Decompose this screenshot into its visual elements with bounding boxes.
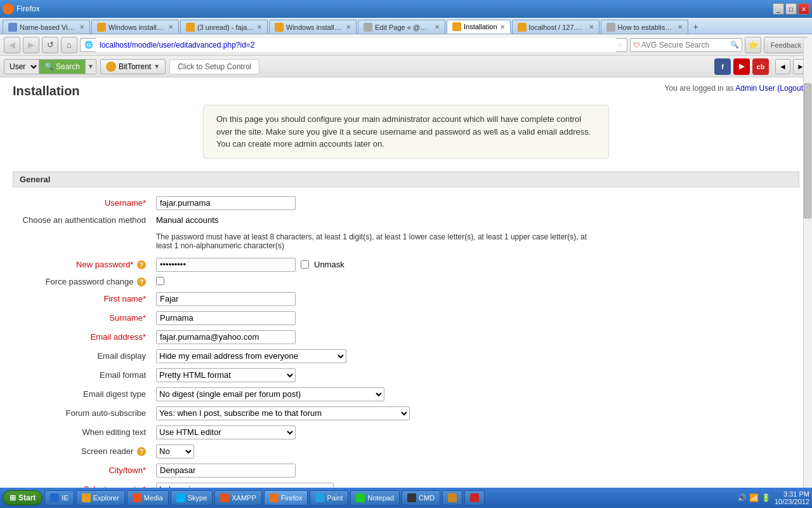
tab-edit-page[interactable]: Edit Page « @HO... ✕: [358, 20, 445, 34]
search-button[interactable]: 🔍 Search: [39, 60, 85, 74]
bittorrent-dropdown-icon[interactable]: ▼: [154, 63, 160, 70]
tab-windows-install1[interactable]: Windows installa... ✕: [91, 20, 179, 34]
screen-reader-select[interactable]: No Yes: [156, 444, 194, 458]
feedback-button[interactable]: Feedback: [764, 37, 808, 53]
tab-localhost[interactable]: localhost / 127.0.... ✕: [512, 20, 599, 34]
new-tab-button[interactable]: +: [690, 20, 702, 34]
tab-close-icon[interactable]: ✕: [500, 23, 505, 30]
info-box: On this page you should configure your m…: [203, 105, 609, 159]
screen-reader-help-icon[interactable]: ?: [137, 447, 146, 456]
surname-cell: [152, 309, 799, 328]
home-button[interactable]: ⌂: [61, 37, 77, 53]
scrollbar-thumb[interactable]: [804, 83, 811, 218]
editing-text-select[interactable]: Use HTML editor Use plain text area: [156, 425, 296, 439]
editing-text-cell: Use HTML editor Use plain text area: [152, 423, 799, 442]
username-input[interactable]: [156, 196, 296, 210]
force-password-checkbox[interactable]: [156, 277, 164, 285]
taskbar-app-paint[interactable]: Paint: [310, 490, 348, 505]
close-button[interactable]: ✕: [798, 3, 809, 15]
logout-link[interactable]: (Logout): [777, 84, 806, 93]
new-password-help-icon[interactable]: ?: [137, 260, 146, 269]
network-icon[interactable]: 📶: [749, 493, 759, 502]
bittorrent-button[interactable]: BitTorrent ▼: [100, 59, 166, 74]
bookmark-icon[interactable]: ☆: [617, 41, 623, 49]
email-format-row: Email format Pretty HTML format Plain te…: [13, 366, 799, 385]
toolbar-left-btn[interactable]: ◄: [775, 59, 790, 74]
new-password-input[interactable]: [156, 258, 296, 272]
city-input[interactable]: [156, 464, 296, 478]
tab-installation[interactable]: Installation ✕: [447, 20, 511, 34]
tab-close-icon[interactable]: ✕: [257, 23, 262, 30]
auth-method-label: Choose an authentication method: [13, 213, 152, 227]
tab-close-icon[interactable]: ✕: [678, 23, 683, 30]
taskbar-app-firefox[interactable]: Firefox: [264, 490, 308, 505]
taskbar-app-skype[interactable]: Skype: [171, 490, 213, 505]
forum-subscribe-cell: Yes: when I post, subscribe me to that f…: [152, 404, 799, 423]
xampp-label: XAMPP: [232, 494, 256, 502]
tab-close-icon[interactable]: ✕: [589, 23, 594, 30]
setup-control-button[interactable]: Click to Setup Control: [169, 59, 259, 74]
forward-button[interactable]: ▶: [23, 37, 39, 53]
minimize-button[interactable]: _: [773, 3, 784, 15]
city-row: City/town*: [13, 461, 799, 480]
cb-icon[interactable]: cb: [752, 58, 769, 75]
admin-user-link[interactable]: Admin User: [735, 84, 775, 93]
firefox-taskbar-label: Firefox: [281, 494, 303, 502]
force-password-cell: [152, 274, 799, 290]
start-button[interactable]: ⊞ Start: [3, 490, 43, 505]
email-digest-label: Email digest type: [13, 385, 152, 404]
taskbar-app-extra2[interactable]: [464, 490, 485, 505]
facebook-icon[interactable]: f: [714, 58, 731, 75]
email-display-select[interactable]: Hide my email address from everyone Allo…: [156, 349, 346, 363]
email-format-select[interactable]: Pretty HTML format Plain text format: [156, 368, 296, 382]
taskbar-right-area: 🔊 📶 🔋 3:31 PM 10/23/2012: [737, 490, 809, 505]
first-name-input[interactable]: [156, 292, 296, 306]
back-button[interactable]: ◀: [4, 37, 20, 53]
power-icon[interactable]: 🔋: [761, 493, 771, 502]
force-password-help-icon[interactable]: ?: [137, 277, 146, 286]
login-info: You are logged in as Admin User (Logout): [665, 84, 806, 93]
tab-label: Name-based Virt...: [20, 23, 77, 31]
forum-subscribe-select[interactable]: Yes: when I post, subscribe me to that f…: [156, 406, 410, 420]
taskbar-app-extra1[interactable]: [442, 490, 462, 505]
reload-button[interactable]: ↺: [42, 37, 58, 53]
tab-close-icon[interactable]: ✕: [435, 23, 440, 30]
search-submit-icon[interactable]: 🔍: [730, 41, 739, 49]
tab-close-icon[interactable]: ✕: [168, 23, 173, 30]
surname-input[interactable]: [156, 311, 296, 325]
screen-reader-row: Screen reader ? No Yes: [13, 442, 799, 461]
search-input[interactable]: [641, 41, 730, 50]
tab-close-icon[interactable]: ✕: [79, 23, 84, 30]
taskbar-app-xampp[interactable]: XAMPP: [214, 490, 262, 505]
email-digest-select[interactable]: No digest (single email per forum post) …: [156, 387, 384, 401]
tab-windows-install2[interactable]: Windows installa... ✕: [269, 20, 357, 34]
speaker-icon[interactable]: 🔊: [737, 493, 747, 502]
taskbar-app-explorer[interactable]: Explorer: [76, 490, 125, 505]
taskbar-app-notepad[interactable]: Notepad: [350, 490, 400, 505]
tab-close-icon[interactable]: ✕: [346, 23, 351, 30]
email-display-cell: Hide my email address from everyone Allo…: [152, 347, 799, 366]
search-combo: User 🔍 Search ▼: [4, 59, 96, 74]
city-cell: [152, 461, 799, 480]
unmask-checkbox[interactable]: [301, 260, 309, 269]
tab-label: Edit Page « @HO...: [375, 23, 432, 31]
maximize-button[interactable]: □: [785, 3, 797, 15]
email-input[interactable]: [156, 330, 296, 344]
taskbar-app-media[interactable]: Media: [127, 490, 169, 505]
bookmarks-button[interactable]: ⭐: [745, 37, 761, 53]
tab-unread-fajar[interactable]: (3 unread) - fajar... ✕: [180, 20, 268, 34]
search-dropdown-arrow[interactable]: ▼: [85, 60, 96, 74]
search-type-select[interactable]: User: [4, 60, 39, 74]
tab-label: Windows installa...: [286, 23, 343, 31]
section-general-header: General: [13, 171, 799, 187]
forum-subscribe-row: Forum auto-subscribe Yes: when I post, s…: [13, 404, 799, 423]
system-clock[interactable]: 3:31 PM 10/23/2012: [775, 490, 809, 505]
taskbar-app-ie[interactable]: IE: [44, 490, 74, 505]
password-info-cell: The password must have at least 8 charac…: [152, 227, 799, 255]
url-input[interactable]: [96, 38, 617, 52]
tab-how-to-establish[interactable]: How to establish ... ✕: [601, 20, 688, 34]
extra1-icon: [448, 493, 457, 502]
youtube-icon[interactable]: ▶: [733, 58, 750, 75]
tab-name-based[interactable]: Name-based Virt... ✕: [3, 20, 90, 34]
taskbar-app-cmd[interactable]: CMD: [402, 490, 440, 505]
